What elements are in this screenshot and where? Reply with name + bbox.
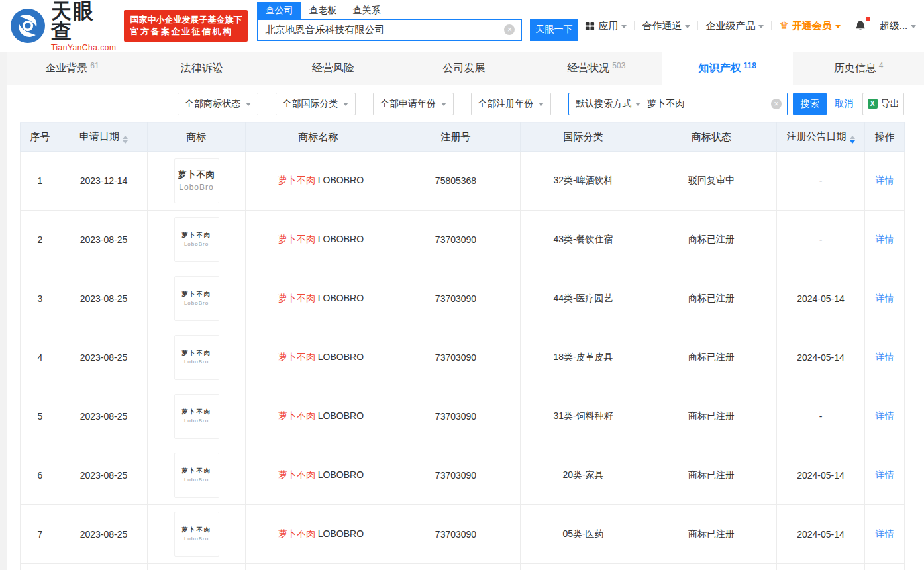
trademark-image-cn: 萝卜不肉: [182, 349, 211, 358]
filter-dropdown[interactable]: 全部申请年份: [373, 93, 454, 115]
detail-link[interactable]: 详情: [876, 469, 894, 480]
excel-icon: X: [868, 99, 878, 109]
cell-pub-date: -: [777, 152, 865, 211]
section-tab-label: 知识产权: [699, 62, 741, 75]
cell-trademark-name: 萝卜不肉 LOBOBRO: [246, 328, 391, 387]
section-tab[interactable]: 公司发展: [400, 52, 531, 85]
clear-keyword-icon[interactable]: ×: [771, 99, 782, 109]
trademark-image-cn: 萝卜不肉: [182, 526, 211, 535]
trademark-image[interactable]: 萝卜不肉 LoboBro: [174, 512, 219, 557]
filter-dropdown[interactable]: 全部国际分类: [276, 93, 356, 115]
trademark-image[interactable]: 萝卜不肉 LoboBro: [174, 217, 219, 262]
section-tab[interactable]: 知识产权 118: [662, 52, 793, 85]
col-header-apply-date-label: 申请日期: [79, 130, 119, 142]
cell-pub-date: 2024-05-14: [777, 505, 865, 564]
cell-index: 1: [21, 152, 60, 211]
cell-intl-class: 05类-医药: [521, 505, 646, 564]
filter-dropdown-label: 全部注册年份: [478, 98, 534, 110]
cell-trademark-image: 萝卜不肉 LoboBro: [148, 269, 246, 328]
trademark-row: 3 2023-08-25 萝卜不肉 LoboBro 萝卜不肉 LOBOBRO 7…: [21, 269, 905, 328]
trademark-image[interactable]: 萝卜不肉 LoboBro: [174, 276, 219, 321]
section-tab[interactable]: 经营风险: [269, 52, 400, 85]
sort-icon[interactable]: [123, 136, 128, 144]
cell-intl-class: [521, 564, 646, 570]
detail-link[interactable]: 详情: [876, 175, 894, 185]
section-tab[interactable]: 经营状况 503: [531, 52, 662, 85]
notifications-button[interactable]: [848, 19, 872, 32]
cell-apply-date: 2023-08-25: [60, 328, 148, 387]
trademark-image[interactable]: 萝卜不肉 LoboBro: [174, 453, 219, 498]
cell-pub-date: -: [777, 387, 865, 446]
chevron-down-icon: [835, 25, 841, 28]
cell-action: 详情: [865, 387, 905, 446]
nav-item-super-vip[interactable]: 超级...: [872, 20, 924, 32]
cell-index: 3: [21, 269, 60, 328]
cell-status: [646, 564, 777, 570]
trademark-image[interactable]: 萝卜不肉 LoboBro: [174, 158, 219, 203]
trademark-image-cn: 萝卜不肉: [178, 168, 215, 181]
section-tab-label: 经营风险: [312, 62, 354, 75]
company-search-box: ×: [257, 19, 522, 41]
trademark-row: 5 2023-08-25 萝卜不肉 LoboBro 萝卜不肉 LOBOBRO 7…: [21, 387, 905, 446]
search-tab-company[interactable]: 查公司: [257, 2, 301, 19]
clear-search-icon[interactable]: ×: [504, 24, 515, 35]
trademark-image-cn: 萝卜不肉: [182, 408, 211, 417]
nav-item-vip[interactable]: ♛ 开通会员: [772, 20, 847, 32]
brand-name: 天眼查: [51, 1, 116, 42]
crown-icon: ♛: [779, 21, 788, 31]
detail-link[interactable]: 详情: [876, 352, 894, 362]
cell-index: 2: [21, 211, 60, 269]
section-tab-count: 4: [879, 61, 884, 70]
nav-item-apps[interactable]: 应用: [578, 20, 634, 32]
cell-trademark-image: 萝卜不肉 LoboBro: [148, 446, 246, 505]
cell-apply-date: [60, 564, 148, 570]
trademark-row: 2 2023-08-25 萝卜不肉 LoboBro 萝卜不肉 LOBOBRO 7…: [21, 211, 905, 269]
search-tab-boss[interactable]: 查老板: [301, 2, 344, 19]
search-submit-button[interactable]: 天眼一下: [530, 19, 578, 41]
detail-link[interactable]: 详情: [876, 528, 894, 539]
nav-apps-label: 应用: [598, 20, 618, 32]
table-header: 序号 申请日期 商标 商标名称 注册号 国际分类 商标状态 注册公告日期 操作: [21, 123, 905, 152]
brand-text: 天眼查 TianYanCha.com: [51, 1, 116, 52]
section-tab-count: 118: [744, 61, 756, 70]
company-search-input[interactable]: [258, 20, 521, 40]
cell-action: 详情: [865, 269, 905, 328]
filter-dropdown-label: 全部申请年份: [380, 98, 436, 110]
sort-icon-active-desc[interactable]: [850, 136, 855, 144]
export-button[interactable]: X 导出: [862, 93, 904, 115]
filter-dropdown-label: 全部商标状态: [185, 98, 240, 110]
chevron-down-icon: [343, 103, 348, 106]
trademark-name-en: LOBOBRO: [318, 410, 364, 421]
search-mode-select[interactable]: 默认搜索方式: [569, 98, 647, 110]
col-header-pub-date-label: 注册公告日期: [787, 130, 847, 142]
detail-link[interactable]: 详情: [876, 293, 894, 303]
detail-link[interactable]: 详情: [876, 234, 894, 244]
search-tab-relation[interactable]: 查关系: [344, 2, 388, 19]
tianyancha-logo[interactable]: 天眼查 TianYanCha.com: [11, 1, 116, 52]
filter-dropdown[interactable]: 全部注册年份: [471, 93, 552, 115]
section-tab[interactable]: 企业背景 61: [7, 52, 138, 85]
trademark-image[interactable]: 萝卜不肉 LoboBro: [174, 335, 219, 380]
nav-item-partner[interactable]: 合作通道: [635, 20, 697, 32]
gov-certification-badge: 国家中小企业发展子基金旗下 官方备案企业征信机构: [124, 10, 248, 42]
cancel-search-link[interactable]: 取消: [835, 98, 853, 110]
keyword-search-button[interactable]: 搜索: [793, 93, 827, 115]
detail-link[interactable]: 详情: [876, 410, 894, 421]
cell-status: 商标已注册: [646, 387, 777, 446]
keyword-input[interactable]: [647, 93, 787, 115]
nav-item-enterprise[interactable]: 企业级产品: [698, 20, 771, 32]
section-tab[interactable]: 法律诉讼: [138, 52, 269, 85]
cell-status: 商标已注册: [646, 211, 777, 269]
trademark-name-en: LOBOBRO: [318, 293, 364, 303]
trademark-name-en: LOBOBRO: [318, 528, 364, 539]
filter-dropdown[interactable]: 全部商标状态: [178, 93, 258, 115]
col-header-index: 序号: [21, 123, 60, 152]
trademark-name-cn: 萝卜不肉: [278, 234, 315, 244]
section-tab-label: 公司发展: [443, 62, 486, 75]
section-tab[interactable]: 历史信息 4: [793, 52, 924, 85]
filter-dropdown-label: 全部国际分类: [283, 98, 338, 110]
trademark-name-cn: 萝卜不肉: [278, 352, 315, 362]
cell-action: 详情: [865, 505, 905, 564]
cell-intl-class: 20类-家具: [521, 446, 646, 505]
trademark-image[interactable]: 萝卜不肉 LoboBro: [174, 394, 219, 439]
